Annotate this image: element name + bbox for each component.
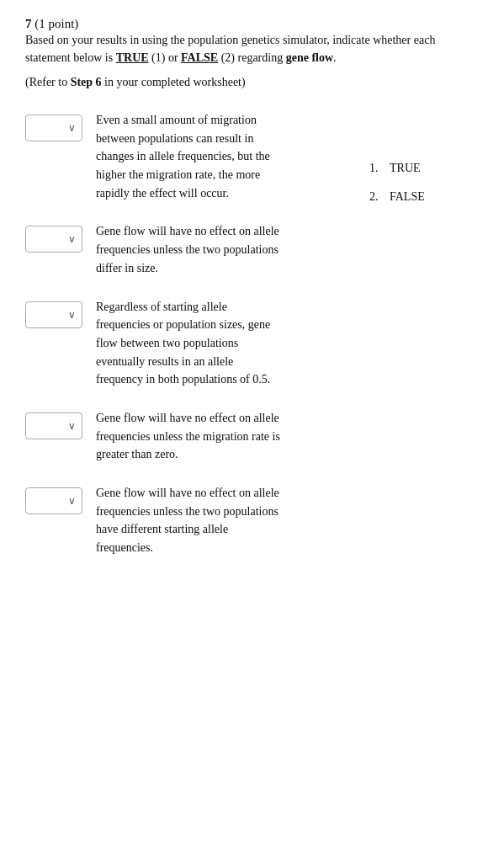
true-num: (1) or	[151, 51, 178, 64]
question-item-4: 1 2 Gene flow will have no effect on all…	[25, 409, 369, 464]
statement-text-3: Regardless of starting allele frequencie…	[96, 298, 281, 389]
dropdown-container-5: 1 2	[25, 487, 82, 514]
statement-text-4: Gene flow will have no effect on allele …	[96, 409, 281, 464]
answer-select-3[interactable]: 1 2	[25, 301, 82, 328]
legend-entry-2: 2. FALSE	[369, 190, 479, 204]
legend-entry-1: 1. TRUE	[369, 162, 479, 175]
items-left: 1 2 Even a small amount of migration bet…	[25, 111, 369, 577]
legend-num-2: 2.	[369, 190, 390, 204]
legend-val-2: FALSE	[390, 190, 425, 204]
question-label: 7	[25, 17, 32, 30]
legend-val-1: TRUE	[390, 162, 421, 175]
question-item-3: 1 2 Regardless of starting allele freque…	[25, 298, 369, 389]
statement-text-5: Gene flow will have no effect on allele …	[96, 484, 281, 557]
dropdown-container-4: 1 2	[25, 412, 82, 439]
statement-text-1: Even a small amount of migration between…	[96, 111, 281, 202]
step-label: Step 6	[71, 76, 102, 88]
refer-paragraph: (Refer to Step 6 in your completed works…	[25, 73, 479, 91]
question-header: 7 (1 point)	[25, 17, 479, 31]
legend-num-1: 1.	[369, 162, 390, 175]
question-item-5: 1 2 Gene flow will have no effect on all…	[25, 484, 369, 557]
false-label: FALSE	[181, 51, 218, 64]
answer-select-4[interactable]: 1 2	[25, 412, 82, 439]
dropdown-wrapper-5[interactable]: 1 2	[25, 487, 82, 514]
legend-right: 1. TRUE 2. FALSE	[369, 111, 479, 219]
question-item-2: 1 2 Gene flow will have no effect on all…	[25, 222, 369, 277]
dropdown-container-1: 1 2	[25, 114, 82, 141]
question-item-1: 1 2 Even a small amount of migration bet…	[25, 111, 369, 202]
dropdown-wrapper-4[interactable]: 1 2	[25, 412, 82, 439]
dropdown-wrapper-3[interactable]: 1 2	[25, 301, 82, 328]
false-suffix: (2) regarding	[221, 51, 283, 64]
answer-select-2[interactable]: 1 2	[25, 226, 82, 253]
answer-select-5[interactable]: 1 2	[25, 487, 82, 514]
statement-text-2: Gene flow will have no effect on allele …	[96, 222, 281, 277]
intro-paragraph: Based on your results in using the popul…	[25, 31, 479, 67]
gene-flow-label: gene flow	[286, 51, 333, 64]
dropdown-wrapper-2[interactable]: 1 2	[25, 226, 82, 253]
question-items-wrapper: 1 2 Even a small amount of migration bet…	[25, 111, 479, 577]
answer-select-1[interactable]: 1 2	[25, 114, 82, 141]
dropdown-container-2: 1 2	[25, 226, 82, 253]
dropdown-container-3: 1 2	[25, 301, 82, 328]
question-points: (1 point)	[34, 17, 78, 30]
dropdown-wrapper-1[interactable]: 1 2	[25, 114, 82, 141]
true-label: TRUE	[116, 51, 149, 64]
